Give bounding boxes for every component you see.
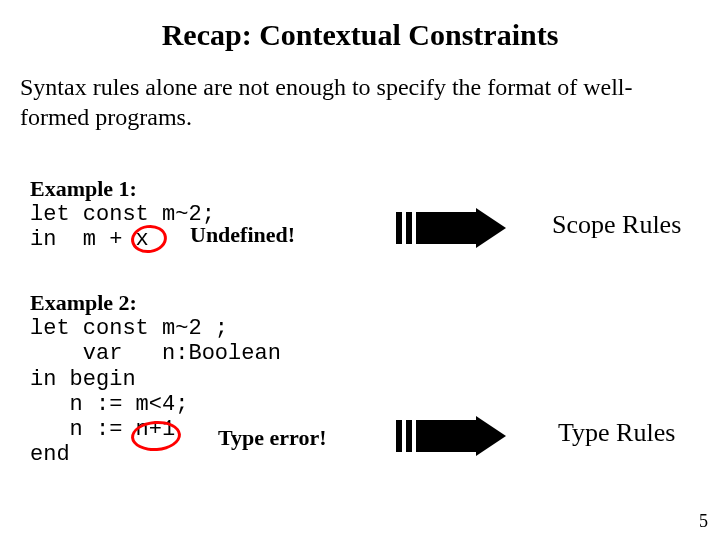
intro-text: Syntax rules alone are not enough to spe…	[0, 52, 720, 132]
example-2-header: Example 2:	[30, 290, 690, 316]
example-2-code-line-4: n := m<4;	[30, 392, 690, 417]
undefined-label: Undefined!	[190, 222, 295, 248]
svg-rect-0	[396, 212, 402, 244]
example-2: Example 2: let const m~2 ; var n:Boolean…	[30, 290, 690, 468]
svg-rect-4	[396, 420, 402, 452]
svg-rect-6	[416, 420, 476, 452]
example-2-code-line-3: in begin	[30, 367, 690, 392]
svg-marker-3	[476, 208, 506, 248]
example-1: Example 1: let const m~2; in m + x Undef…	[30, 176, 690, 253]
slide-title: Recap: Contextual Constraints	[0, 0, 720, 52]
type-rules-label: Type Rules	[558, 418, 675, 448]
arrow-icon	[396, 416, 506, 456]
arrow-icon	[396, 208, 506, 248]
svg-rect-5	[406, 420, 412, 452]
type-error-label: Type error!	[218, 425, 327, 451]
example-2-code-line-1: let const m~2 ;	[30, 316, 690, 341]
svg-marker-7	[476, 416, 506, 456]
example-1-header: Example 1:	[30, 176, 690, 202]
page-number: 5	[699, 511, 708, 532]
svg-rect-2	[416, 212, 476, 244]
svg-rect-1	[406, 212, 412, 244]
example-2-code-line-2: var n:Boolean	[30, 341, 690, 366]
slide: Recap: Contextual Constraints Syntax rul…	[0, 0, 720, 540]
scope-rules-label: Scope Rules	[552, 210, 681, 240]
